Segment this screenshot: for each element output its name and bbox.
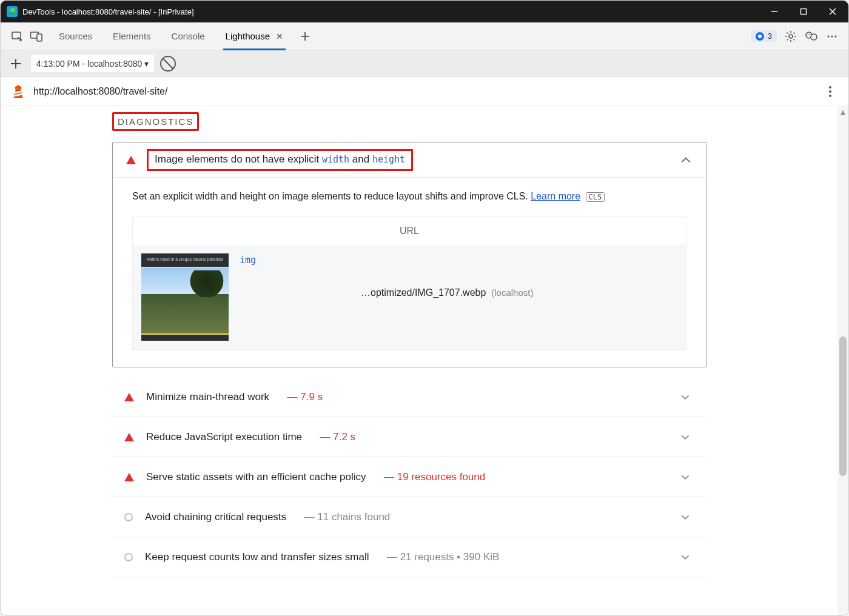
minimize-button[interactable] [760,1,789,22]
issues-pill[interactable]: 3 [751,30,777,42]
element-tag: img [240,255,677,266]
chevron-down-icon [680,552,691,563]
chevron-down-icon [680,512,691,523]
thumbnail: waters meet in a unique natural paradise [141,253,229,341]
chevron-down-icon [680,392,691,403]
audit-metric: — 7.2 s [314,431,355,443]
tab-lighthouse[interactable]: Lighthouse ✕ [216,22,293,50]
devtools-window: 🧩 DevTools - localhost:8080/travel-site/… [0,0,849,616]
inspect-icon[interactable] [10,30,24,43]
table-row: waters meet in a unique natural paradise… [133,245,686,349]
tab-console[interactable]: Console [162,22,215,50]
tab-sources[interactable]: Sources [49,22,102,50]
warning-icon [126,156,136,164]
audit-url-table: URL waters meet in a unique natural para… [132,216,686,350]
app-icon: 🧩 [7,6,18,17]
clear-report-button[interactable] [160,56,176,72]
info-icon [124,513,133,521]
audit-row[interactable]: Avoid chaining critical requests — 11 ch… [112,497,706,537]
new-report-button[interactable] [7,58,25,69]
svg-point-11 [811,34,817,40]
warning-icon [124,433,134,441]
section-diagnostics: DIAGNOSTICS [112,112,199,131]
audit-metric: — 19 resources found [378,471,486,483]
learn-more-link[interactable]: Learn more [531,191,580,201]
chevron-up-icon [679,153,693,167]
audit-row[interactable]: Minimize main-thread work — 7.9 s [112,377,706,417]
audit-row[interactable]: Reduce JavaScript execution time — 7.2 s [112,417,706,457]
feedback-icon[interactable] [805,30,818,43]
report-menu-button[interactable] [823,86,837,97]
lighthouse-toolbar: 4:13:00 PM - localhost:8080 ▾ [1,50,848,77]
svg-point-14 [827,35,829,37]
report-viewport: DIAGNOSTICS Image elements do not have e… [1,106,848,615]
dropdown-icon: ▾ [144,59,149,69]
chevron-down-icon [680,472,691,483]
svg-rect-6 [37,34,42,41]
audit-body: Set an explicit width and height on imag… [113,178,706,367]
audit-metric: — 21 requests • 390 KiB [381,551,499,563]
warning-icon [124,393,134,401]
audit-label: Avoid chaining critical requests [145,511,286,523]
table-header: URL [133,217,686,245]
cls-badge: CLS [586,192,605,202]
audit-row[interactable]: Serve static assets with an efficient ca… [112,457,706,497]
tab-label: Console [172,31,205,41]
issue-dot-icon [756,32,764,41]
close-button[interactable] [818,1,847,22]
svg-point-9 [789,35,793,38]
maximize-button[interactable] [789,1,818,22]
settings-icon[interactable] [784,30,797,43]
svg-rect-4 [12,32,21,39]
audit-description: Set an explicit width and height on imag… [132,191,686,202]
audit-label: Serve static assets with an efficient ca… [146,471,366,483]
more-icon[interactable] [825,30,839,43]
chevron-down-icon [680,432,691,443]
tab-label: Lighthouse [226,31,270,41]
audit-label: Keep request counts low and transfer siz… [145,551,369,563]
audit-title: Image elements do not have explicit widt… [147,149,413,171]
issues-count: 3 [768,32,772,41]
svg-point-12 [808,34,809,35]
scroll-up-icon[interactable]: ▴ [837,106,848,117]
audit-header[interactable]: Image elements do not have explicit widt… [113,142,706,178]
scrollbar[interactable]: ▴ [837,106,848,615]
page-url: http://localhost:8080/travel-site/ [33,86,167,97]
add-tab-button[interactable] [294,25,316,47]
report-url-row: http://localhost:8080/travel-site/ [1,77,848,106]
device-toggle-icon[interactable] [30,30,43,43]
audit-label: Minimize main-thread work [146,391,269,403]
audit-list: Minimize main-thread work — 7.9 sReduce … [112,377,706,577]
tab-elements[interactable]: Elements [103,22,161,50]
report-selector[interactable]: 4:13:00 PM - localhost:8080 ▾ [31,55,154,72]
titlebar: 🧩 DevTools - localhost:8080/travel-site/… [1,1,848,22]
audit-expanded-panel: Image elements do not have explicit widt… [112,142,706,367]
lighthouse-icon [12,84,25,99]
audit-metric: — 11 chains found [298,511,390,523]
audit-label: Reduce JavaScript execution time [146,431,302,443]
warning-icon [124,473,134,481]
tab-label: Sources [59,31,92,41]
window-title: DevTools - localhost:8080/travel-site/ -… [22,7,194,16]
report-selector-label: 4:13:00 PM - localhost:8080 [36,59,142,69]
audit-metric: — 7.9 s [281,391,323,403]
resource-path: …optimized/IMG_1707.webp (localhost) [240,287,677,298]
svg-point-15 [831,35,833,37]
scroll-thumb[interactable] [839,336,847,476]
audit-row[interactable]: Keep request counts low and transfer siz… [112,537,706,577]
svg-point-16 [834,35,836,37]
close-icon[interactable]: ✕ [276,32,283,41]
tab-label: Elements [113,31,151,41]
svg-rect-1 [801,9,807,15]
info-icon [124,553,133,561]
tab-strip: Sources Elements Console Lighthouse ✕ 3 [1,22,848,50]
svg-point-13 [810,34,811,35]
